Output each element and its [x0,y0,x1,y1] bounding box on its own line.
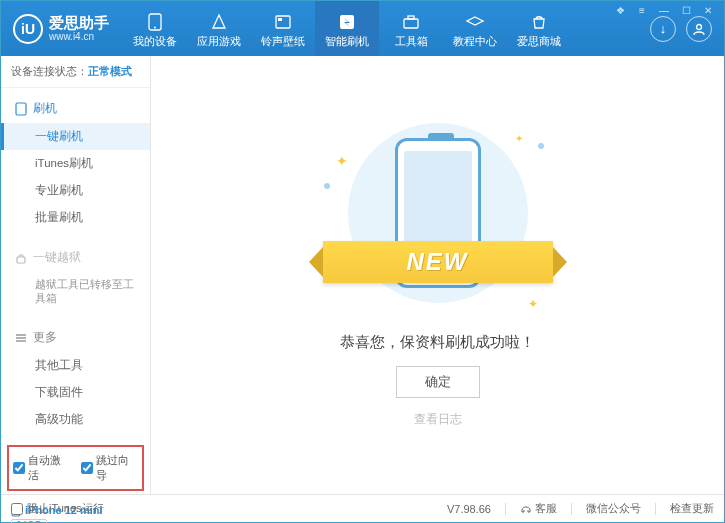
apps-icon [209,13,229,31]
sidebar-label: 更多 [33,329,57,346]
phone-small-icon [15,102,27,116]
star-icon: ✦ [528,297,538,311]
new-banner: NEW [323,241,553,283]
svg-rect-6 [408,16,414,19]
ok-button[interactable]: 确定 [396,366,480,398]
sidebar-head-more[interactable]: 更多 [1,323,150,352]
wechat-link[interactable]: 微信公众号 [586,501,641,516]
svg-rect-3 [278,18,282,21]
nav-label: 铃声壁纸 [261,34,305,49]
sidebar-item-advanced[interactable]: 高级功能 [1,406,150,433]
sidebar-item-pro-flash[interactable]: 专业刷机 [1,177,150,204]
svg-point-1 [154,26,156,28]
options-box: 自动激活 跳过向导 [7,445,144,491]
check-update-link[interactable]: 检查更新 [670,501,714,516]
nav-store[interactable]: 爱思商城 [507,1,571,56]
download-button[interactable]: ↓ [650,16,676,42]
sidebar-item-itunes-flash[interactable]: iTunes刷机 [1,150,150,177]
menu-icon[interactable]: ≡ [632,3,652,17]
nav-my-device[interactable]: 我的设备 [123,1,187,56]
sidebar-label: 刷机 [33,100,57,117]
wallpaper-icon [273,13,293,31]
block-itunes-input[interactable] [11,503,23,515]
sidebar: 设备连接状态：正常模式 刷机 一键刷机 iTunes刷机 专业刷机 批量刷机 一… [1,56,151,494]
sidebar-item-batch-flash[interactable]: 批量刷机 [1,204,150,231]
toolbox-icon [401,13,421,31]
nav-flash[interactable]: 智能刷机 [315,1,379,56]
sidebar-item-oneclick-flash[interactable]: 一键刷机 [1,123,150,150]
success-illustration: ✦ ✦ ✦ NEW [328,123,548,313]
phone-icon [145,13,165,31]
sidebar-label: 一键越狱 [33,249,81,266]
top-nav: 我的设备 应用游戏 铃声壁纸 智能刷机 工具箱 教程中心 [123,1,571,56]
status-label: 设备连接状态： [11,65,88,77]
nav-apps[interactable]: 应用游戏 [187,1,251,56]
status-value: 正常模式 [88,65,132,77]
close-icon[interactable]: ✕ [698,3,718,17]
nav-tutorials[interactable]: 教程中心 [443,1,507,56]
list-icon [15,333,27,343]
checkbox-label: 自动激活 [28,453,71,483]
success-message: 恭喜您，保资料刷机成功啦！ [340,333,535,352]
svg-rect-5 [404,19,418,28]
app-header: ❖ ≡ — ☐ ✕ iU 爱思助手 www.i4.cn 我的设备 应用游戏 [1,1,724,56]
checkbox-auto-activate[interactable]: 自动激活 [13,453,71,483]
banner-text: NEW [407,248,469,276]
nav-label: 我的设备 [133,34,177,49]
nav-label: 智能刷机 [325,34,369,49]
device-status: 设备连接状态：正常模式 [1,56,150,88]
headset-icon [520,503,532,515]
settings-icon[interactable]: ❖ [610,3,630,17]
checkbox-skip-guide[interactable]: 跳过向导 [81,453,139,483]
lock-icon [15,252,27,264]
customer-service-link[interactable]: 客服 [520,501,557,516]
sidebar-head-jailbreak: 一键越狱 [1,243,150,272]
main-content: ✦ ✦ ✦ NEW 恭喜您，保资料刷机成功啦！ 确定 查看日志 [151,56,724,494]
nav-ringtones[interactable]: 铃声壁纸 [251,1,315,56]
window-controls: ❖ ≡ — ☐ ✕ [610,3,718,17]
svg-point-7 [697,24,702,29]
checkbox-label: 跳过向导 [96,453,139,483]
nav-label: 工具箱 [395,34,428,49]
checkbox-label: 阻止iTunes运行 [27,501,104,516]
view-log-link[interactable]: 查看日志 [414,412,462,427]
nav-label: 爱思商城 [517,34,561,49]
version-text: V7.98.66 [447,503,491,515]
store-icon [529,13,549,31]
app-url: www.i4.cn [49,31,109,42]
nav-toolbox[interactable]: 工具箱 [379,1,443,56]
star-icon: ✦ [336,153,348,169]
svg-rect-9 [17,257,25,263]
svg-rect-2 [276,16,290,28]
star-icon: ✦ [515,133,523,144]
user-button[interactable] [686,16,712,42]
skip-guide-input[interactable] [81,462,93,474]
svg-rect-8 [16,103,26,115]
sidebar-item-download-fw[interactable]: 下载固件 [1,379,150,406]
sidebar-head-flash[interactable]: 刷机 [1,94,150,123]
checkbox-block-itunes[interactable]: 阻止iTunes运行 [11,501,104,516]
header-right: ↓ [650,16,724,42]
app-logo-icon: iU [13,14,43,44]
logo-area: iU 爱思助手 www.i4.cn [1,14,123,44]
auto-activate-input[interactable] [13,462,25,474]
minimize-icon[interactable]: — [654,3,674,17]
link-label: 客服 [535,501,557,516]
app-title: 爱思助手 [49,15,109,32]
maximize-icon[interactable]: ☐ [676,3,696,17]
nav-label: 教程中心 [453,34,497,49]
nav-label: 应用游戏 [197,34,241,49]
sidebar-item-other-tools[interactable]: 其他工具 [1,352,150,379]
sidebar-jailbreak-note: 越狱工具已转移至工具箱 [1,272,150,311]
flash-icon [337,13,357,31]
tutorial-icon [465,13,485,31]
footer: 阻止iTunes运行 V7.98.66 客服 微信公众号 检查更新 [1,494,724,522]
